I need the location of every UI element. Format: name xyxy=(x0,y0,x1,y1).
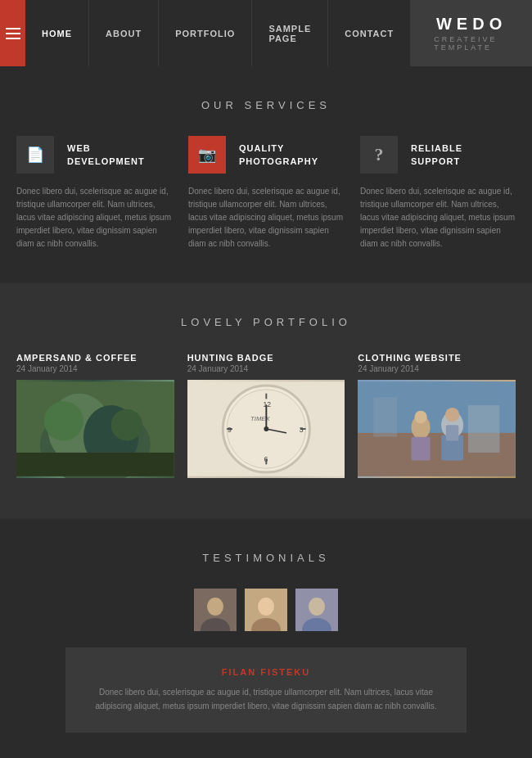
service-title-photo: QUALITY PHOTOGRAPHY xyxy=(239,142,318,169)
services-section: OUR SERVICES 📄 WEB DEVELOPMENT Donec lib… xyxy=(0,66,532,283)
web-development-icon: 📄 xyxy=(16,136,54,174)
nav-links: HOME ABOUT PORTFOLIO SAMPLE PAGE CONTACT xyxy=(25,0,411,66)
service-header-web: 📄 WEB DEVELOPMENT xyxy=(16,136,172,174)
service-header-photo: 📷 QUALITY PHOTOGRAPHY xyxy=(188,136,344,174)
svg-point-38 xyxy=(258,598,274,616)
portfolio-label-3: CLOTHING WEBSITE xyxy=(358,353,516,363)
svg-text:TIMEX: TIMEX xyxy=(250,415,270,422)
hamburger-icon xyxy=(6,28,20,39)
services-grid: 📄 WEB DEVELOPMENT Donec libero dui, scel… xyxy=(16,136,516,250)
nav-about[interactable]: ABOUT xyxy=(89,0,159,66)
portfolio-label-1: AMPERSAND & COFFEE xyxy=(16,353,174,363)
nav-portfolio[interactable]: PORTFOLIO xyxy=(159,0,252,66)
service-item-web: 📄 WEB DEVELOPMENT Donec libero dui, scel… xyxy=(16,136,172,250)
hamburger-button[interactable] xyxy=(0,0,25,66)
service-text-web: Donec libero dui, scelerisque ac augue i… xyxy=(16,185,172,250)
nav-home[interactable]: HOME xyxy=(25,0,89,66)
portfolio-date-1: 24 January 2014 xyxy=(16,364,174,373)
svg-rect-6 xyxy=(16,453,174,476)
testimonial-avatar-2[interactable] xyxy=(245,589,287,631)
service-item-support: ? RELIABLE SUPPORT Donec libero dui, sce… xyxy=(360,136,516,250)
testimonials-section: TESTIMONIALS FILAN FISTEKU D xyxy=(0,519,532,758)
logo-title: WEDO xyxy=(436,15,507,34)
portfolio-date-3: 24 January 2014 xyxy=(358,364,516,373)
service-title-support: RELIABLE SUPPORT xyxy=(411,142,462,169)
portfolio-image-1 xyxy=(16,380,174,478)
portfolio-image-3 xyxy=(358,380,516,478)
service-title-web: WEB DEVELOPMENT xyxy=(67,142,145,169)
service-text-support: Donec libero dui, scelerisque ac augue i… xyxy=(360,185,516,250)
portfolio-item-ampersand[interactable]: AMPERSAND & COFFEE 24 January 2014 xyxy=(16,353,174,478)
nav-sample-page[interactable]: SAMPLE PAGE xyxy=(252,0,328,66)
svg-text:3: 3 xyxy=(299,426,303,434)
portfolio-section: LOVELY PORTFOLIO AMPERSAND & COFFEE 24 J… xyxy=(0,283,532,519)
svg-point-30 xyxy=(445,408,459,422)
logo-subtitle: CREATEIVE TEMPLATE xyxy=(434,35,509,52)
testimonial-avatar-3[interactable] xyxy=(295,589,338,631)
services-title: OUR SERVICES xyxy=(16,66,516,136)
header: HOME ABOUT PORTFOLIO SAMPLE PAGE CONTACT… xyxy=(0,0,532,66)
svg-text:9: 9 xyxy=(228,426,232,434)
service-item-photography: 📷 QUALITY PHOTOGRAPHY Donec libero dui, … xyxy=(188,136,344,250)
svg-point-4 xyxy=(44,401,83,440)
portfolio-title: LOVELY PORTFOLIO xyxy=(16,283,516,353)
testimonial-avatars xyxy=(0,589,532,631)
support-icon: ? xyxy=(360,136,398,174)
svg-point-35 xyxy=(207,598,223,616)
testimonial-avatar-1[interactable] xyxy=(194,589,237,631)
svg-point-41 xyxy=(309,598,325,616)
svg-text:6: 6 xyxy=(264,455,268,463)
portfolio-item-clothing[interactable]: CLOTHING WEBSITE 24 January 2014 xyxy=(358,353,516,478)
site-logo: WEDO CREATEIVE TEMPLATE xyxy=(411,0,532,66)
portfolio-date-2: 24 January 2014 xyxy=(187,364,345,373)
photography-icon: 📷 xyxy=(188,136,226,174)
testimonial-name: FILAN FISTEKU xyxy=(88,667,444,677)
portfolio-item-hunting[interactable]: HUNTING BADGE 24 January 2014 12 3 6 xyxy=(187,353,345,478)
service-header-support: ? RELIABLE SUPPORT xyxy=(360,136,516,174)
portfolio-label-2: HUNTING BADGE xyxy=(187,353,345,363)
svg-rect-32 xyxy=(468,405,500,453)
service-text-photo: Donec libero dui, scelerisque ac augue i… xyxy=(188,185,344,250)
portfolio-image-2: 12 3 6 9 TIMEX xyxy=(187,380,345,478)
testimonial-box: FILAN FISTEKU Donec libero dui, sceleris… xyxy=(65,647,467,733)
svg-rect-33 xyxy=(374,397,398,436)
testimonial-text: Donec libero dui, scelerisque ac augue i… xyxy=(88,685,444,713)
svg-point-5 xyxy=(111,409,143,441)
nav-contact[interactable]: CONTACT xyxy=(328,0,411,66)
testimonials-title: TESTIMONIALS xyxy=(0,519,532,589)
svg-point-27 xyxy=(415,411,427,423)
svg-rect-31 xyxy=(446,425,458,440)
svg-point-21 xyxy=(264,426,268,431)
portfolio-grid: AMPERSAND & COFFEE 24 January 2014 HUNTI… xyxy=(16,353,516,478)
svg-rect-26 xyxy=(412,437,431,461)
svg-text:12: 12 xyxy=(263,400,271,408)
